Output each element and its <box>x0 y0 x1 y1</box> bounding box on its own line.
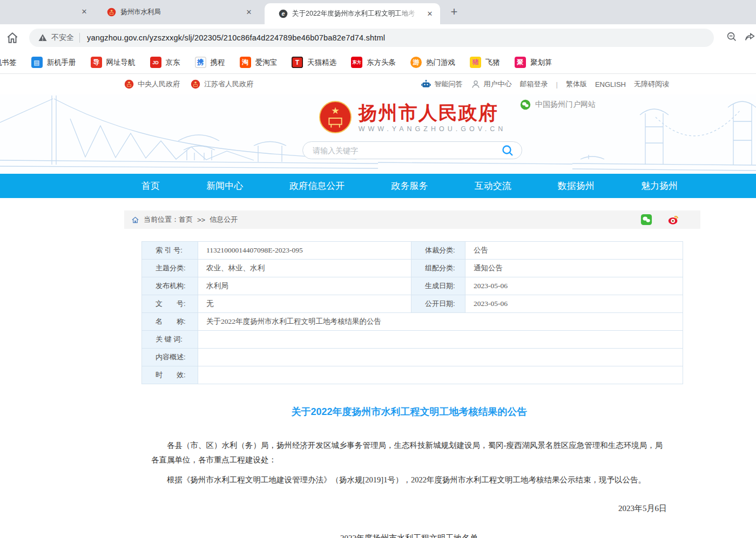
national-emblem-icon: ★ <box>191 79 200 89</box>
share-weibo-icon[interactable] <box>667 214 679 226</box>
info-label: 公开日期: <box>411 295 465 313</box>
url-text[interactable]: yangzhou.gov.cn/yzszxxgk/slj/202305/210c… <box>87 33 385 42</box>
browser-toolbar: 不安全 yangzhou.gov.cn/yzszxxgk/slj/202305/… <box>0 24 756 51</box>
portal-link[interactable]: 中国扬州门户网站 <box>520 99 596 110</box>
user-center-link[interactable]: 用户中心 <box>471 79 512 89</box>
breadcrumb-home-link[interactable]: 首页 <box>179 215 193 224</box>
search-input[interactable] <box>313 146 501 155</box>
divider: | <box>556 80 558 88</box>
gov-link-0[interactable]: ★中央人民政府 <box>124 79 180 89</box>
wechat-icon <box>520 99 531 110</box>
gov-link-label: 中央人民政府 <box>138 79 180 89</box>
info-label: 时 效: <box>142 366 198 384</box>
share-wechat-icon[interactable] <box>640 214 652 226</box>
search-icon[interactable] <box>501 144 514 157</box>
not-secure-warning-icon <box>38 33 48 43</box>
close-tab-icon[interactable]: ✕ <box>425 9 435 19</box>
bookmark-item[interactable]: JD京东 <box>150 57 180 68</box>
table-row: 内容概述: <box>142 349 683 366</box>
security-label[interactable]: 不安全 <box>51 33 74 43</box>
bookmark-item[interactable]: T天猫精选 <box>292 57 336 68</box>
nav-item-0[interactable]: 首页 <box>141 174 160 198</box>
main-nav: 首页新闻中心政府信息公开政务服务互动交流数据扬州魅力扬州 <box>124 174 700 198</box>
site-nav-icon: 导 <box>91 57 102 68</box>
bookmark-item[interactable]: 淘爱淘宝 <box>240 57 278 68</box>
mail-login-link[interactable]: 邮箱登录 <box>520 79 548 89</box>
table-row: 名 称:关于2022年度扬州市水利工程文明工地考核结果的公告 <box>142 313 683 331</box>
bookmark-item[interactable]: 东方东方头条 <box>351 57 396 68</box>
info-value <box>198 366 683 384</box>
article-paragraph: 各县（市、区）水利（务）局，扬州经济开发区城乡事务管理局，生态科技新城规划建设局… <box>151 438 667 467</box>
jd-icon: JD <box>150 57 161 68</box>
breadcrumb-bar: 当前位置： 首页 >> 信息公开 <box>124 210 700 229</box>
browser-e-logo-favicon: e <box>279 9 288 18</box>
bookmark-label: 聚划算 <box>530 58 552 67</box>
table-row: 关 键 词: <box>142 331 683 349</box>
site-title: 扬州市人民政府 <box>359 102 507 124</box>
breadcrumb-section-link[interactable]: 信息公开 <box>210 215 238 224</box>
nav-item-4[interactable]: 互动交流 <box>475 174 511 198</box>
bookmark-item-cutoff[interactable]: 机书签 <box>0 58 17 67</box>
svg-text:e: e <box>282 10 285 17</box>
accessibility-link[interactable]: 无障碍阅读 <box>634 79 669 89</box>
gov-link-1[interactable]: ★江苏省人民政府 <box>191 79 253 89</box>
tab-yangzhou-water-bureau[interactable]: ★ 扬州市水利局 ✕ <box>97 0 259 24</box>
nav-item-1[interactable]: 新闻中心 <box>206 174 243 198</box>
gov-links: ★中央人民政府★江苏省人民政府 <box>124 79 253 89</box>
close-tab-icon[interactable]: ✕ <box>79 7 89 17</box>
new-tab-button[interactable]: + <box>446 4 462 21</box>
close-tab-icon[interactable]: ✕ <box>244 8 254 17</box>
zoom-out-icon[interactable] <box>726 31 738 43</box>
traditional-chinese-link[interactable]: 繁体版 <box>566 79 587 89</box>
nav-item-2[interactable]: 政府信息公开 <box>289 174 345 198</box>
info-value: 关于2022年度扬州市水利工程文明工地考核结果的公告 <box>198 313 683 331</box>
manual-icon: ▤ <box>31 57 43 68</box>
bookmark-label: 天猫精选 <box>307 58 336 67</box>
info-label: 主题分类: <box>142 260 198 277</box>
table-row: 发布机构:水利局生成日期:2023-05-06 <box>142 277 683 295</box>
bookmark-label: 飞猪 <box>485 58 500 67</box>
info-label: 名 称: <box>142 313 198 331</box>
breadcrumb-label: 当前位置： <box>144 215 179 224</box>
bookmark-item[interactable]: ▤新机手册 <box>31 57 76 68</box>
bookmark-item[interactable]: 游热门游戏 <box>410 57 455 68</box>
bookmark-label: 东方头条 <box>367 58 396 67</box>
fliggy-icon: 猪 <box>470 57 481 68</box>
national-emblem-favicon: ★ <box>107 8 116 17</box>
divider <box>79 33 80 43</box>
site-brand: ★ 扬州市人民政府 WWW.YANGZHOU.GOV.CN <box>124 100 700 134</box>
bookmark-label: 热门游戏 <box>426 58 455 67</box>
nav-item-5[interactable]: 数据扬州 <box>558 174 595 198</box>
article-paragraph: 根据《扬州市水利工程文明工地建设管理办法》（扬水规[2019]1号），2022年… <box>151 473 667 487</box>
content-area: 当前位置： 首页 >> 信息公开 索 引 号:11321000014407098… <box>124 210 700 538</box>
tab-announcement-active[interactable]: e 关于2022年度扬州市水利工程文明工地考 ✕ <box>265 3 440 24</box>
gov-link-label: 江苏省人民政府 <box>204 79 253 89</box>
bookmark-label: 爱淘宝 <box>255 58 278 67</box>
nav-item-6[interactable]: 魅力扬州 <box>641 174 678 198</box>
home-icon[interactable] <box>5 31 19 45</box>
info-value: 无 <box>198 295 411 313</box>
national-emblem-logo: ★ <box>319 100 352 134</box>
english-link[interactable]: ENGLISH <box>595 80 626 88</box>
nav-item-3[interactable]: 政务服务 <box>391 174 428 198</box>
site-url-label: WWW.YANGZHOU.GOV.CN <box>359 125 507 133</box>
smart-qa-link[interactable]: 智能问答 <box>421 79 463 90</box>
bookmark-item[interactable]: 携携程 <box>195 57 225 68</box>
address-bar[interactable]: 不安全 yangzhou.gov.cn/yzszxxgk/slj/202305/… <box>29 29 714 47</box>
utility-right: 智能问答 用户中心 邮箱登录 | 繁体版 ENGLISH 无障碍阅读 <box>421 79 700 90</box>
bookmark-item[interactable]: 猪飞猪 <box>470 57 500 68</box>
bookmark-label: 网址导航 <box>106 58 136 67</box>
utility-bar: ★中央人民政府★江苏省人民政府 智能问答 用户中心 邮箱登录 | 繁体版 ENG… <box>124 74 700 94</box>
bookmark-item[interactable]: 导网址导航 <box>91 57 136 68</box>
webpage: ★中央人民政府★江苏省人民政府 智能问答 用户中心 邮箱登录 | 繁体版 ENG… <box>0 74 756 538</box>
bookmark-label: 京东 <box>166 58 180 67</box>
bookmark-label: 携程 <box>211 58 225 67</box>
portal-label: 中国扬州门户网站 <box>535 100 596 110</box>
tab-title: 扬州市水利局 <box>120 8 240 17</box>
national-emblem-icon: ★ <box>124 79 134 89</box>
svg-text:★: ★ <box>331 105 340 116</box>
share-icon[interactable] <box>744 31 756 43</box>
juhuasuan-icon: 聚 <box>515 57 526 68</box>
svg-text:★: ★ <box>110 9 113 12</box>
bookmark-item[interactable]: 聚聚划算 <box>515 57 552 68</box>
